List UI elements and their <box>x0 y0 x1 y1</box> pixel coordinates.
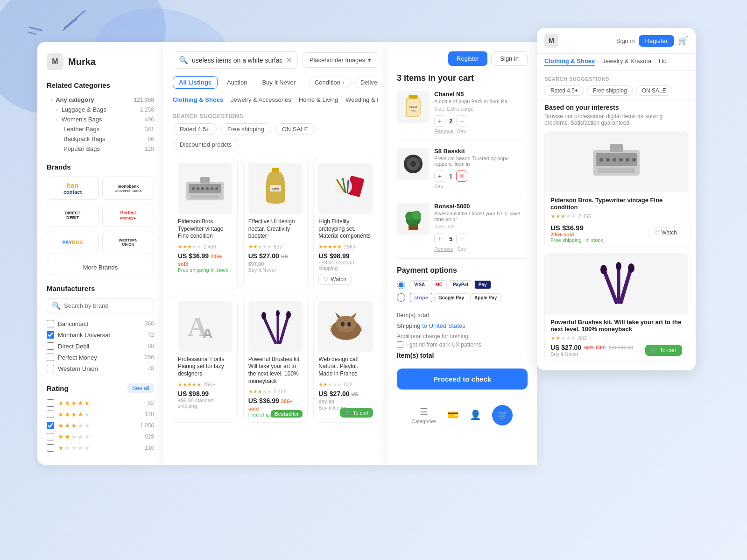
payment-options: VISA MC PayPal Pay stripe Google Pay App… <box>397 280 528 302</box>
brand-bancontact[interactable]: ban contact <box>47 177 99 200</box>
rp-tag-rated[interactable]: Rated 4.5+ <box>544 85 584 96</box>
cart-register-button[interactable]: Register <box>448 51 487 66</box>
cart-item-3-remove[interactable]: Remove <box>434 246 453 252</box>
rp-cart-icon[interactable]: 🛒 <box>678 35 688 46</box>
watch-button-3[interactable]: ♡ Watch <box>318 274 352 285</box>
rp-tag-sale[interactable]: ON SALE <box>636 85 672 96</box>
qty-remove-2[interactable]: ✕ <box>456 170 467 182</box>
rp-nav-jewelry[interactable]: Jewelry & Krasota <box>602 57 651 66</box>
qty-minus-1[interactable]: + <box>434 115 445 127</box>
category-popular[interactable]: Popular Bags 128 <box>47 144 154 154</box>
rating-4-checkbox[interactable] <box>47 411 54 418</box>
manufacturer-bancontact-checkbox[interactable] <box>47 320 54 327</box>
product-3[interactable]: High Fidelity protoyping set. Material c… <box>313 158 378 290</box>
category-womens[interactable]: ‹ Women's Bags 496 <box>47 114 154 124</box>
cart-title: 3 items in your cart <box>397 73 528 83</box>
mbb-categories[interactable]: ☰ Categories <box>412 406 437 424</box>
add-to-cart-button-6[interactable]: 🛒 To cart <box>340 408 373 418</box>
rp-product-2[interactable]: Powerful Brushes kit. Will take your art… <box>544 253 688 362</box>
brand-perfect[interactable]: Perfect Money● <box>102 204 154 227</box>
payment-digital-radio[interactable] <box>397 293 405 302</box>
product-1[interactable]: Piderson Bros. Typewriter vintage Fine c… <box>173 158 238 290</box>
rating-2-checkbox[interactable] <box>47 433 54 440</box>
product-5[interactable]: Powerful Brushes kit. Will take your art… <box>243 296 308 423</box>
suggestion-discounted[interactable]: Discounted prodcts <box>173 139 239 150</box>
filter-delivery[interactable]: Delivery ▾ <box>354 77 378 88</box>
cart-item-3-save[interactable]: Sav <box>457 246 466 252</box>
tab-all-listings[interactable]: All Listings <box>173 76 218 89</box>
qty-minus-2[interactable]: + <box>434 170 445 182</box>
dark-ux-checkbox[interactable] <box>397 341 403 348</box>
category-any[interactable]: ‹ Any category 121,358 <box>47 95 154 105</box>
brand-direct[interactable]: DIRECTDEBIT <box>47 204 99 227</box>
cart-signin-button[interactable]: Sign in <box>491 51 528 66</box>
manufacturer-monbank-checkbox[interactable] <box>47 331 54 339</box>
see-all-button[interactable]: See all <box>127 383 154 393</box>
manufacturer-western-checkbox[interactable] <box>47 365 54 372</box>
search-clear-icon[interactable]: ✕ <box>286 56 292 64</box>
product-4-price: US $98.99 <box>178 390 233 397</box>
suggestion-rated[interactable]: Rated 4.5+ <box>173 123 217 135</box>
proceed-button[interactable]: Proceed to check <box>397 369 528 390</box>
heart-icon: ♡ <box>654 229 659 236</box>
qty-plus-1[interactable]: − <box>456 115 467 127</box>
manufacturer-direct-checkbox[interactable] <box>47 342 54 350</box>
top-cat-home[interactable]: Home & Living <box>299 96 338 103</box>
rp-nav-ho[interactable]: Ho <box>659 57 667 66</box>
more-brands-button[interactable]: More Brands <box>47 260 154 275</box>
rp-suggestions: SEARCH SUGGESTIONS Rated 4.5+ Free shipp… <box>537 71 696 99</box>
rp-register-button[interactable]: Register <box>639 35 674 47</box>
search-input[interactable] <box>192 57 282 64</box>
rp-signin-link[interactable]: Sign in <box>616 37 635 44</box>
cart-header-actions: Register Sign in <box>397 51 528 66</box>
svg-text:mate: mate <box>272 187 279 190</box>
suggestion-on-sale[interactable]: ON SALE <box>275 123 315 135</box>
product-3-image <box>318 163 373 214</box>
filter-condition[interactable]: Condition ▾ <box>309 77 351 88</box>
top-cat-clothing[interactable]: Clothing & Shoes <box>173 96 223 103</box>
category-backpack[interactable]: Backpack Bags 86 <box>47 134 154 144</box>
product-2[interactable]: mate Effective UI design nectar. Creativ… <box>243 158 308 290</box>
rating-5-checkbox[interactable] <box>47 399 54 407</box>
rating-1-checkbox[interactable] <box>47 444 54 452</box>
qty-minus-3[interactable]: + <box>434 233 445 244</box>
qty-plus-3[interactable]: − <box>456 233 467 244</box>
brand-paybox[interactable]: PAYBOX <box>47 231 99 254</box>
cart-item-1-save[interactable]: Sav <box>457 128 466 134</box>
rp-cart-button-2[interactable]: 🛒 To cart <box>645 345 682 356</box>
category-leather[interactable]: Leather Bags 361 <box>47 124 154 134</box>
tab-buy-it-never[interactable]: Buy It Never <box>256 77 301 88</box>
search-manufacturer-input[interactable] <box>64 302 149 309</box>
rp-nav-clothing[interactable]: Clothing & Shoes <box>544 57 595 66</box>
product-4[interactable]: A A Professional Fonts Pairing set for l… <box>173 296 238 423</box>
shipping-link[interactable]: to United States <box>422 322 465 329</box>
suggestion-free-shipping[interactable]: Free shipping <box>220 123 271 135</box>
rating-3-checkbox[interactable] <box>47 422 54 429</box>
tab-auction[interactable]: Auction <box>221 77 253 88</box>
brand-western[interactable]: WESTERNUNION <box>102 231 154 254</box>
category-luggage[interactable]: ‹ Luggage & Bags 1,258 <box>47 105 154 114</box>
rp-watch-button-1[interactable]: ♡ Watch <box>649 227 682 238</box>
mbb-user[interactable]: 👤 <box>470 409 481 421</box>
manufacturer-perfect-checkbox[interactable] <box>47 354 54 361</box>
mbb-cart-button[interactable]: 🛒 <box>492 405 513 425</box>
filter-dropdown[interactable]: Placehonder Images ▾ <box>303 52 378 68</box>
payment-cards-radio[interactable] <box>397 281 405 289</box>
svg-point-5 <box>197 187 199 190</box>
mbb-payment[interactable]: 💳 <box>447 409 459 421</box>
product-4-shipping: +$9.90 standart shipping <box>178 397 233 409</box>
search-icon: 🔍 <box>179 56 188 64</box>
top-cat-jewelry[interactable]: Jewelry & Accessories <box>231 96 291 103</box>
top-cat-weeding[interactable]: Weeding & Party <box>345 96 378 103</box>
suggestion-tags: Rated 4.5+ Free shipping ON SALE Discoun… <box>173 123 378 150</box>
brand-monobank[interactable]: monobank Universal Bank <box>102 177 154 200</box>
rp-nav: Clothing & Shoes Jewelry & Krasota Ho <box>537 54 696 71</box>
cart-item-2-save[interactable]: Sav <box>434 184 443 189</box>
top-categories: Clothing & Shoes Jewelry & Accessories H… <box>173 96 378 108</box>
rp-product-1[interactable]: Piderson Bros. Typewriter vintage Fine c… <box>544 131 688 248</box>
product-6[interactable]: Web design cat! Natural. Playful. Made i… <box>313 296 378 423</box>
search-icon: 🔍 <box>52 301 61 310</box>
cart-item-1-remove[interactable]: Remove <box>434 128 453 134</box>
product-3-price: US $98.99 <box>318 252 373 260</box>
rp-tag-shipping[interactable]: Free shipping <box>587 85 633 96</box>
